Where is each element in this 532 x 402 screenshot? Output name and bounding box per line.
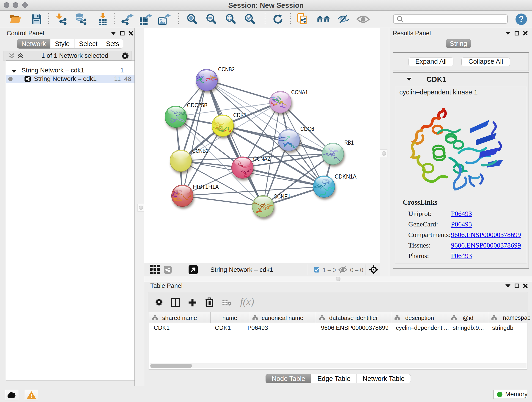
svg-text:CDK1: CDK1 (233, 112, 247, 119)
svg-text:CDC6: CDC6 (300, 125, 314, 132)
svg-text:CDC25B: CDC25B (187, 102, 208, 109)
svg-text:CCNB1: CCNB1 (192, 147, 209, 154)
svg-text:HIST1H1A: HIST1H1A (193, 183, 219, 190)
svg-text:CCNA1: CCNA1 (291, 89, 308, 96)
svg-text:CDKN1A: CDKN1A (335, 173, 357, 180)
svg-text:CCNE1: CCNE1 (273, 193, 291, 200)
svg-text:CCNB2: CCNB2 (218, 66, 234, 73)
svg-text:RB1: RB1 (344, 139, 354, 146)
svg-text:CCNA2: CCNA2 (253, 155, 270, 162)
